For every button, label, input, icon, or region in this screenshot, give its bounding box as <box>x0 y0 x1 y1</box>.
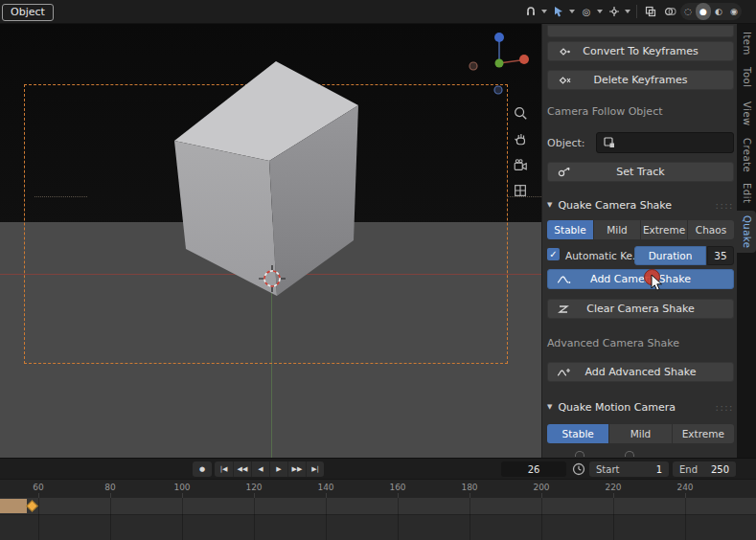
gizmos-dropdown[interactable] <box>623 3 631 20</box>
duration-toggle-button[interactable]: Duration <box>634 246 706 265</box>
xray-toggle-icon[interactable] <box>642 3 659 20</box>
shading-solid-icon[interactable]: ● <box>696 3 711 20</box>
motion-preset-mild-button[interactable]: Mild <box>609 424 671 443</box>
navigation-gizmo[interactable] <box>470 33 529 94</box>
object-picker-icon <box>603 136 616 149</box>
zoom-icon[interactable] <box>510 102 531 124</box>
object-picker-field[interactable] <box>596 132 734 153</box>
set-track-label: Set Track <box>616 166 664 178</box>
tab-quake[interactable]: Quake <box>737 211 756 253</box>
proportional-editing-icon[interactable]: ◎ <box>578 3 595 20</box>
shading-material-icon[interactable]: ◐ <box>711 3 726 20</box>
automatic-keyframes-checkbox[interactable]: ✓ <box>547 248 560 260</box>
motion-preset-extreme-button[interactable]: Extreme <box>673 424 734 443</box>
timeline-gridline <box>38 498 39 540</box>
shading-rendered-icon[interactable]: ◉ <box>726 3 742 20</box>
keyframes-icon <box>557 46 571 57</box>
play-button[interactable]: ▶ <box>269 461 287 477</box>
ruler-frame-label: 60 <box>24 483 53 492</box>
gizmo-x-axis[interactable] <box>519 55 529 64</box>
clear-curve-icon <box>557 304 571 315</box>
current-frame-field[interactable]: 26 <box>501 461 566 477</box>
ruler-frame-label: 100 <box>168 483 196 492</box>
ruler-frame-label: 140 <box>311 483 340 492</box>
snapping-target-icon[interactable] <box>550 3 567 20</box>
convert-to-keyframes-button[interactable]: Convert To Keyframes <box>547 41 734 61</box>
default-cube[interactable] <box>174 61 358 296</box>
tab-view[interactable]: View <box>737 96 756 132</box>
preset-chaos-button[interactable]: Chaos <box>688 220 734 239</box>
shading-wireframe-icon[interactable]: ◌ <box>680 3 696 20</box>
panel-grip-icon[interactable]: :::: <box>716 402 734 413</box>
clear-camera-shake-button[interactable]: Clear Camera Shake <box>547 299 734 319</box>
snap-dropdown[interactable] <box>539 3 548 20</box>
chevron-down-icon <box>597 10 603 13</box>
frame-start-field[interactable]: Start 1 <box>589 461 669 477</box>
clipped-radio-button[interactable] <box>575 451 584 457</box>
3d-viewport[interactable] <box>0 24 541 458</box>
ruler-frame-label: 220 <box>599 483 628 492</box>
next-keyframe-button[interactable]: ▶▶ <box>287 461 306 477</box>
gizmo-y-axis[interactable] <box>495 59 504 68</box>
move-hand-icon[interactable] <box>510 128 531 149</box>
delete-keyframes-button[interactable]: Delete Keyframes <box>547 70 734 90</box>
cube-left-face <box>174 141 277 296</box>
magnet-icon <box>525 6 537 17</box>
add-advanced-shake-button[interactable]: Add Advanced Shake <box>547 362 734 382</box>
jump-to-start-button[interactable]: |◀ <box>215 461 233 477</box>
quake-motion-camera-title: Quake Motion Camera <box>558 401 676 414</box>
quake-motion-camera-panel-header[interactable]: ▼ Quake Motion Camera :::: <box>547 397 734 416</box>
prev-keyframe-button[interactable]: ◀◀ <box>233 461 251 477</box>
set-track-icon <box>557 167 571 178</box>
motion-preset-stable-button[interactable]: Stable <box>547 424 608 443</box>
frame-end-field[interactable]: End 250 <box>673 461 736 477</box>
gizmo-neg-z-axis[interactable] <box>494 86 502 94</box>
ruler-frame-label: 240 <box>671 483 699 492</box>
tab-create[interactable]: Create <box>737 134 756 176</box>
tab-tool[interactable]: Tool <box>737 61 756 94</box>
advanced-shake-section-label: Advanced Camera Shake <box>547 337 679 349</box>
toolbar-divider <box>636 5 637 18</box>
partial-clipped-button[interactable] <box>547 25 734 37</box>
gizmos-icon[interactable] <box>606 3 623 20</box>
snapping-dropdown[interactable] <box>567 3 576 20</box>
clipped-radio-button[interactable] <box>625 451 634 457</box>
motion-preset-group: Stable Mild Extreme <box>547 424 734 443</box>
gizmo-z-axis[interactable] <box>494 33 504 42</box>
shading-mode-group: ◌ ● ◐ ◉ <box>680 3 742 20</box>
overlays-icon[interactable] <box>661 3 678 20</box>
orthographic-grid-icon[interactable] <box>510 180 531 201</box>
shake-preset-group: Stable Mild Extreme Chaos <box>547 220 734 239</box>
camera-follow-section-label: Camera Follow Object <box>547 105 663 118</box>
record-button[interactable]: ● <box>193 461 212 477</box>
tab-edit[interactable]: Edit <box>737 178 756 209</box>
checkmark-icon: ✓ <box>549 249 557 259</box>
viewport-header: Object ◎ <box>0 0 756 24</box>
add-camera-shake-button[interactable]: Add Camera Shake <box>547 269 734 289</box>
preset-mild-button[interactable]: Mild <box>594 220 640 239</box>
timeline-channels[interactable] <box>0 498 756 540</box>
tab-item[interactable]: Item <box>737 27 756 59</box>
preset-extreme-button[interactable]: Extreme <box>641 220 687 239</box>
clear-camera-shake-label: Clear Camera Shake <box>586 303 694 315</box>
timeline-gridline <box>182 498 183 540</box>
duration-value-field[interactable]: 35 <box>707 246 734 265</box>
set-track-button[interactable]: Set Track <box>547 162 734 182</box>
timeline-ruler[interactable]: 60 80 100 120 140 160 180 200 220 240 <box>0 479 756 498</box>
panel-grip-icon[interactable]: :::: <box>716 200 734 211</box>
preset-stable-button[interactable]: Stable <box>547 220 593 239</box>
overlap-squares-icon <box>645 6 656 17</box>
object-field-label: Object: <box>547 137 585 149</box>
advanced-fcurve-icon <box>557 367 571 378</box>
gizmo-neg-x-axis[interactable] <box>470 62 477 70</box>
quake-camera-shake-title: Quake Camera Shake <box>558 199 672 212</box>
convert-to-keyframes-label: Convert To Keyframes <box>583 45 698 57</box>
snap-magnet-icon[interactable] <box>522 3 539 20</box>
quake-camera-shake-panel-header[interactable]: ▼ Quake Camera Shake :::: <box>547 195 734 214</box>
play-reverse-button[interactable]: ◀ <box>251 461 269 477</box>
proportional-dropdown[interactable] <box>595 3 604 20</box>
playback-controls: |◀ ◀◀ ◀ ▶ ▶▶ ▶| <box>215 461 324 477</box>
jump-to-end-button[interactable]: ▶| <box>306 461 324 477</box>
object-mode-menu[interactable]: Object <box>2 4 54 21</box>
camera-view-icon[interactable] <box>510 154 531 175</box>
